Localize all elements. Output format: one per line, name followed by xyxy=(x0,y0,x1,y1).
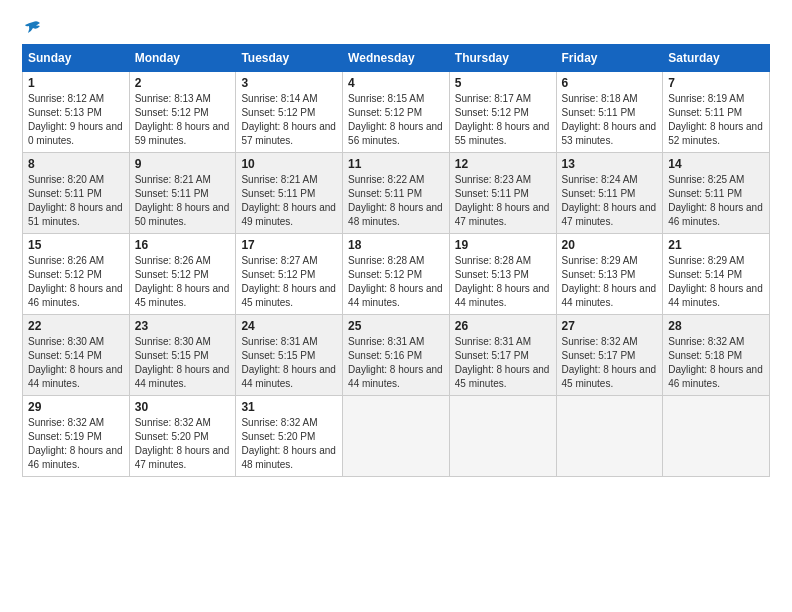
calendar-header-wednesday: Wednesday xyxy=(343,45,450,72)
day-number: 29 xyxy=(28,400,124,414)
day-detail: Sunrise: 8:17 AMSunset: 5:12 PMDaylight:… xyxy=(455,92,551,148)
calendar-table: SundayMondayTuesdayWednesdayThursdayFrid… xyxy=(22,44,770,477)
calendar-cell: 31Sunrise: 8:32 AMSunset: 5:20 PMDayligh… xyxy=(236,396,343,477)
daylight-text: Daylight: 8 hours and 44 minutes. xyxy=(562,282,658,310)
day-detail: Sunrise: 8:12 AMSunset: 5:13 PMDaylight:… xyxy=(28,92,124,148)
sunset-text: Sunset: 5:12 PM xyxy=(241,106,337,120)
sunset-text: Sunset: 5:12 PM xyxy=(241,268,337,282)
sunset-text: Sunset: 5:11 PM xyxy=(562,106,658,120)
sunrise-text: Sunrise: 8:32 AM xyxy=(135,416,231,430)
calendar-cell: 12Sunrise: 8:23 AMSunset: 5:11 PMDayligh… xyxy=(449,153,556,234)
daylight-text: Daylight: 8 hours and 46 minutes. xyxy=(668,201,764,229)
daylight-text: Daylight: 8 hours and 50 minutes. xyxy=(135,201,231,229)
calendar-cell: 18Sunrise: 8:28 AMSunset: 5:12 PMDayligh… xyxy=(343,234,450,315)
sunrise-text: Sunrise: 8:14 AM xyxy=(241,92,337,106)
day-detail: Sunrise: 8:18 AMSunset: 5:11 PMDaylight:… xyxy=(562,92,658,148)
daylight-text: Daylight: 8 hours and 48 minutes. xyxy=(348,201,444,229)
sunset-text: Sunset: 5:12 PM xyxy=(28,268,124,282)
calendar-week-row: 8Sunrise: 8:20 AMSunset: 5:11 PMDaylight… xyxy=(23,153,770,234)
sunset-text: Sunset: 5:19 PM xyxy=(28,430,124,444)
sunset-text: Sunset: 5:17 PM xyxy=(562,349,658,363)
daylight-text: Daylight: 8 hours and 47 minutes. xyxy=(455,201,551,229)
sunrise-text: Sunrise: 8:29 AM xyxy=(562,254,658,268)
day-number: 3 xyxy=(241,76,337,90)
day-number: 9 xyxy=(135,157,231,171)
day-number: 24 xyxy=(241,319,337,333)
sunrise-text: Sunrise: 8:13 AM xyxy=(135,92,231,106)
sunset-text: Sunset: 5:14 PM xyxy=(28,349,124,363)
sunrise-text: Sunrise: 8:21 AM xyxy=(135,173,231,187)
day-number: 4 xyxy=(348,76,444,90)
day-detail: Sunrise: 8:21 AMSunset: 5:11 PMDaylight:… xyxy=(241,173,337,229)
sunset-text: Sunset: 5:11 PM xyxy=(668,106,764,120)
sunset-text: Sunset: 5:12 PM xyxy=(455,106,551,120)
daylight-text: Daylight: 8 hours and 46 minutes. xyxy=(668,363,764,391)
day-number: 20 xyxy=(562,238,658,252)
day-number: 12 xyxy=(455,157,551,171)
sunrise-text: Sunrise: 8:20 AM xyxy=(28,173,124,187)
sunset-text: Sunset: 5:12 PM xyxy=(348,268,444,282)
sunset-text: Sunset: 5:11 PM xyxy=(668,187,764,201)
sunrise-text: Sunrise: 8:21 AM xyxy=(241,173,337,187)
calendar-cell: 23Sunrise: 8:30 AMSunset: 5:15 PMDayligh… xyxy=(129,315,236,396)
sunrise-text: Sunrise: 8:32 AM xyxy=(28,416,124,430)
day-number: 27 xyxy=(562,319,658,333)
calendar-week-row: 29Sunrise: 8:32 AMSunset: 5:19 PMDayligh… xyxy=(23,396,770,477)
day-number: 28 xyxy=(668,319,764,333)
day-detail: Sunrise: 8:19 AMSunset: 5:11 PMDaylight:… xyxy=(668,92,764,148)
sunset-text: Sunset: 5:15 PM xyxy=(241,349,337,363)
calendar-cell xyxy=(556,396,663,477)
calendar-header-tuesday: Tuesday xyxy=(236,45,343,72)
sunrise-text: Sunrise: 8:32 AM xyxy=(668,335,764,349)
logo xyxy=(22,18,44,38)
daylight-text: Daylight: 8 hours and 47 minutes. xyxy=(562,201,658,229)
calendar-cell: 28Sunrise: 8:32 AMSunset: 5:18 PMDayligh… xyxy=(663,315,770,396)
day-number: 19 xyxy=(455,238,551,252)
sunrise-text: Sunrise: 8:17 AM xyxy=(455,92,551,106)
sunset-text: Sunset: 5:12 PM xyxy=(135,268,231,282)
day-detail: Sunrise: 8:29 AMSunset: 5:13 PMDaylight:… xyxy=(562,254,658,310)
day-number: 2 xyxy=(135,76,231,90)
day-detail: Sunrise: 8:15 AMSunset: 5:12 PMDaylight:… xyxy=(348,92,444,148)
daylight-text: Daylight: 8 hours and 52 minutes. xyxy=(668,120,764,148)
calendar-cell: 7Sunrise: 8:19 AMSunset: 5:11 PMDaylight… xyxy=(663,72,770,153)
sunrise-text: Sunrise: 8:28 AM xyxy=(348,254,444,268)
day-detail: Sunrise: 8:26 AMSunset: 5:12 PMDaylight:… xyxy=(28,254,124,310)
daylight-text: Daylight: 8 hours and 44 minutes. xyxy=(135,363,231,391)
day-number: 30 xyxy=(135,400,231,414)
calendar-header-row: SundayMondayTuesdayWednesdayThursdayFrid… xyxy=(23,45,770,72)
day-detail: Sunrise: 8:31 AMSunset: 5:15 PMDaylight:… xyxy=(241,335,337,391)
sunset-text: Sunset: 5:20 PM xyxy=(241,430,337,444)
calendar-cell: 13Sunrise: 8:24 AMSunset: 5:11 PMDayligh… xyxy=(556,153,663,234)
calendar-cell: 29Sunrise: 8:32 AMSunset: 5:19 PMDayligh… xyxy=(23,396,130,477)
sunset-text: Sunset: 5:13 PM xyxy=(28,106,124,120)
daylight-text: Daylight: 8 hours and 53 minutes. xyxy=(562,120,658,148)
day-number: 10 xyxy=(241,157,337,171)
daylight-text: Daylight: 8 hours and 46 minutes. xyxy=(28,444,124,472)
day-detail: Sunrise: 8:32 AMSunset: 5:20 PMDaylight:… xyxy=(135,416,231,472)
sunrise-text: Sunrise: 8:24 AM xyxy=(562,173,658,187)
calendar-cell xyxy=(343,396,450,477)
calendar-cell: 15Sunrise: 8:26 AMSunset: 5:12 PMDayligh… xyxy=(23,234,130,315)
day-detail: Sunrise: 8:27 AMSunset: 5:12 PMDaylight:… xyxy=(241,254,337,310)
day-detail: Sunrise: 8:20 AMSunset: 5:11 PMDaylight:… xyxy=(28,173,124,229)
sunrise-text: Sunrise: 8:18 AM xyxy=(562,92,658,106)
day-detail: Sunrise: 8:28 AMSunset: 5:13 PMDaylight:… xyxy=(455,254,551,310)
day-number: 5 xyxy=(455,76,551,90)
sunset-text: Sunset: 5:16 PM xyxy=(348,349,444,363)
daylight-text: Daylight: 8 hours and 59 minutes. xyxy=(135,120,231,148)
calendar-cell: 20Sunrise: 8:29 AMSunset: 5:13 PMDayligh… xyxy=(556,234,663,315)
day-number: 26 xyxy=(455,319,551,333)
sunrise-text: Sunrise: 8:30 AM xyxy=(28,335,124,349)
day-detail: Sunrise: 8:26 AMSunset: 5:12 PMDaylight:… xyxy=(135,254,231,310)
day-number: 7 xyxy=(668,76,764,90)
calendar-week-row: 15Sunrise: 8:26 AMSunset: 5:12 PMDayligh… xyxy=(23,234,770,315)
calendar-cell: 30Sunrise: 8:32 AMSunset: 5:20 PMDayligh… xyxy=(129,396,236,477)
calendar-cell: 27Sunrise: 8:32 AMSunset: 5:17 PMDayligh… xyxy=(556,315,663,396)
calendar-cell: 16Sunrise: 8:26 AMSunset: 5:12 PMDayligh… xyxy=(129,234,236,315)
sunrise-text: Sunrise: 8:29 AM xyxy=(668,254,764,268)
day-detail: Sunrise: 8:30 AMSunset: 5:14 PMDaylight:… xyxy=(28,335,124,391)
day-detail: Sunrise: 8:24 AMSunset: 5:11 PMDaylight:… xyxy=(562,173,658,229)
day-detail: Sunrise: 8:21 AMSunset: 5:11 PMDaylight:… xyxy=(135,173,231,229)
sunset-text: Sunset: 5:11 PM xyxy=(562,187,658,201)
